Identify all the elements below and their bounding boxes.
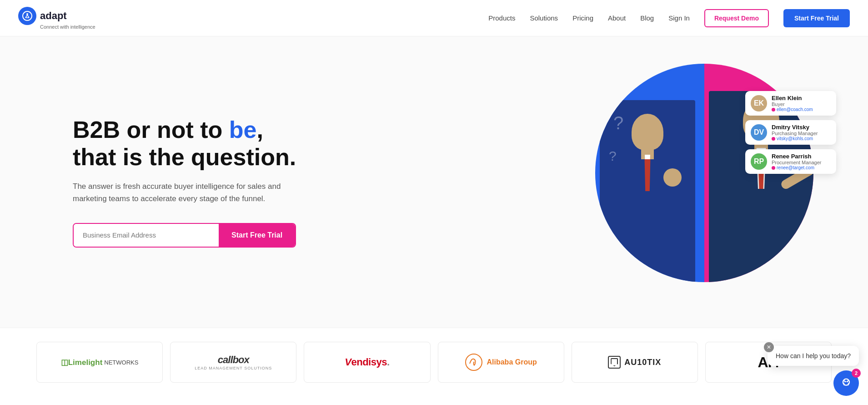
logo-vendisys: Vendisys. bbox=[304, 342, 430, 383]
email-input[interactable] bbox=[74, 224, 219, 247]
nav-item-about[interactable]: About bbox=[608, 14, 626, 22]
shield-shape bbox=[611, 358, 618, 366]
callbox-subtitle: LEAD MANAGEMENT SOLUTIONS bbox=[195, 366, 272, 370]
profile-card-3: RP Renee Parrish Procurement Manager ren… bbox=[745, 149, 836, 174]
limelight-text: ◫Limelight bbox=[61, 358, 103, 367]
hero-illustration: ??? bbox=[577, 64, 832, 300]
card-email-2: vitsky@kohls.com bbox=[772, 136, 818, 141]
start-trial-nav-button[interactable]: Start Free Trial bbox=[783, 9, 850, 27]
logo-area: adapt Connect with intelligence bbox=[18, 7, 95, 30]
svg-point-0 bbox=[23, 11, 32, 20]
hero-subtext: The answer is fresh accurate buyer intel… bbox=[73, 180, 291, 205]
alibaba-name: Alibaba Group bbox=[487, 358, 537, 366]
logo-au10tix: AU10TIX bbox=[572, 342, 698, 383]
email-form: Start Free Trial bbox=[73, 223, 296, 248]
card-title-1: Buyer bbox=[772, 101, 813, 107]
request-demo-button[interactable]: Request Demo bbox=[704, 9, 769, 27]
card-email-1: ellen@coach.com bbox=[772, 107, 813, 112]
card-name-2: Dmitry Vitsky bbox=[772, 124, 818, 131]
au10tix-brand: AU10TIX bbox=[608, 356, 661, 369]
au10tix-shield bbox=[608, 356, 621, 369]
hero-left: B2B or not to be, that is the question. … bbox=[73, 116, 296, 248]
chat-bubble: ✕ How can I help you today? bbox=[768, 346, 859, 366]
avatar-2: DV bbox=[751, 124, 767, 141]
hero-headline: B2B or not to be, that is the question. bbox=[73, 116, 296, 171]
callbox-brand: callbox LEAD MANAGEMENT SOLUTIONS bbox=[195, 354, 272, 370]
logos-row: ◫Limelight NETWORKS callbox LEAD MANAGEM… bbox=[36, 342, 832, 383]
alibaba-svg bbox=[465, 354, 482, 371]
logo-icon bbox=[18, 7, 36, 25]
alibaba-icon bbox=[465, 353, 483, 371]
chat-message: How can I help you today? bbox=[776, 352, 851, 359]
svg-line-2 bbox=[25, 15, 27, 18]
headline-comma: , bbox=[256, 116, 263, 143]
card-info-2: Dmitry Vitsky Purchasing Manager vitsky@… bbox=[772, 124, 818, 141]
avatar-3: RP bbox=[751, 153, 767, 170]
logo-tagline: Connect with intelligence bbox=[40, 24, 95, 30]
limelight-networks: NETWORKS bbox=[104, 359, 138, 366]
svg-point-7 bbox=[844, 381, 846, 383]
headline-part1: B2B or not to bbox=[73, 116, 229, 143]
profile-card-2: DV Dmitry Vitsky Purchasing Manager vits… bbox=[745, 120, 836, 145]
nav-item-pricing[interactable]: Pricing bbox=[572, 14, 593, 22]
avatar-1: EK bbox=[751, 95, 767, 111]
chat-icon bbox=[840, 377, 853, 390]
svg-point-1 bbox=[26, 13, 28, 15]
alibaba-brand: Alibaba Group bbox=[465, 353, 537, 371]
svg-point-8 bbox=[847, 381, 848, 383]
hero-section: B2B or not to be, that is the question. … bbox=[0, 36, 868, 328]
header: adapt Connect with intelligence Products… bbox=[0, 0, 868, 36]
nav-item-solutions[interactable]: Solutions bbox=[530, 14, 558, 22]
nav-item-signin[interactable]: Sign In bbox=[668, 14, 690, 22]
email-dot-1 bbox=[772, 108, 775, 111]
nav-item-products[interactable]: Products bbox=[488, 14, 515, 22]
vendisys-text: Vendisys. bbox=[345, 356, 389, 368]
headline-line2: that is the question. bbox=[73, 144, 296, 170]
card-name-3: Renee Parrish bbox=[772, 153, 821, 160]
profile-cards: EK Ellen Klein Buyer ellen@coach.com DV … bbox=[745, 91, 836, 174]
chat-widget: ✕ How can I help you today? 2 bbox=[768, 346, 859, 396]
au10tix-text: AU10TIX bbox=[624, 358, 661, 367]
svg-line-3 bbox=[27, 15, 29, 18]
profile-card-1: EK Ellen Klein Buyer ellen@coach.com bbox=[745, 91, 836, 116]
nav-item-blog[interactable]: Blog bbox=[640, 14, 654, 22]
logo-limelight: ◫Limelight NETWORKS bbox=[36, 342, 163, 383]
email-dot-2 bbox=[772, 137, 775, 141]
svg-point-10 bbox=[848, 380, 849, 381]
logo-alibaba: Alibaba Group bbox=[438, 342, 564, 383]
logos-section: ◫Limelight NETWORKS callbox LEAD MANAGEM… bbox=[0, 328, 868, 396]
headline-highlight: be bbox=[229, 116, 257, 143]
logo-callbox: callbox LEAD MANAGEMENT SOLUTIONS bbox=[170, 342, 296, 383]
card-info-1: Ellen Klein Buyer ellen@coach.com bbox=[772, 95, 813, 112]
limelight-brand: ◫Limelight NETWORKS bbox=[61, 358, 139, 367]
chat-open-button[interactable]: 2 bbox=[833, 370, 859, 396]
start-trial-hero-button[interactable]: Start Free Trial bbox=[219, 224, 295, 247]
chat-close-button[interactable]: ✕ bbox=[764, 342, 774, 352]
logo-text: adapt bbox=[40, 10, 67, 22]
v-letter: V bbox=[345, 356, 351, 368]
alibaba-text-group: Alibaba Group bbox=[487, 358, 537, 366]
card-name-1: Ellen Klein bbox=[772, 95, 813, 101]
main-nav: Products Solutions Pricing About Blog Si… bbox=[488, 9, 850, 27]
card-info-3: Renee Parrish Procurement Manager renee@… bbox=[772, 153, 821, 170]
svg-point-9 bbox=[843, 380, 845, 381]
person-left bbox=[600, 100, 695, 282]
callbox-text: callbox bbox=[195, 354, 272, 366]
email-dot-3 bbox=[772, 166, 775, 170]
card-title-3: Procurement Manager bbox=[772, 160, 821, 165]
card-title-2: Purchasing Manager bbox=[772, 131, 818, 136]
card-email-3: renee@target.com bbox=[772, 165, 821, 170]
chat-badge: 2 bbox=[852, 369, 861, 378]
adapt-icon bbox=[22, 10, 33, 21]
